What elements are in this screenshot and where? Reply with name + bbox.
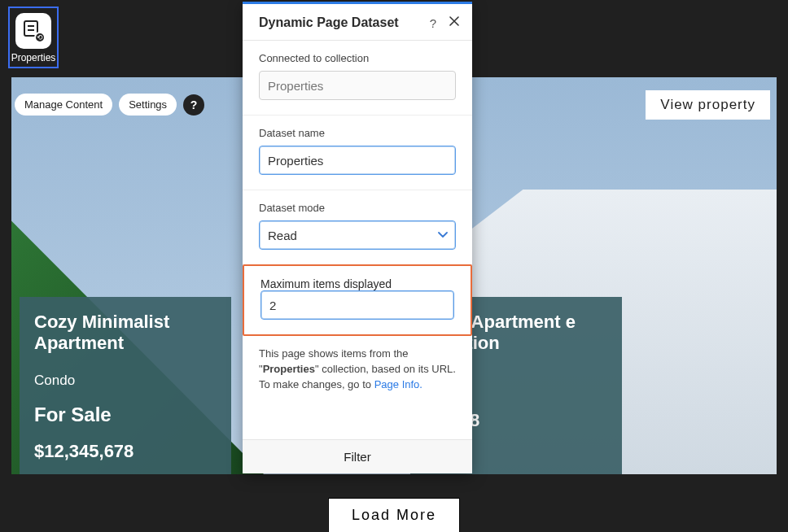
dataset-settings-panel: Dynamic Page Dataset ? Connected to coll…	[243, 2, 472, 473]
dataset-name-input[interactable]	[259, 146, 456, 175]
dataset-name-label: Dataset name	[259, 127, 456, 139]
dataset-icon: ⟲	[15, 13, 51, 49]
properties-launcher[interactable]: ⟲ Properties	[8, 7, 59, 68]
dataset-mode-section: Dataset mode	[243, 190, 472, 265]
help-icon[interactable]: ?	[183, 94, 204, 116]
load-more-button[interactable]: Load More	[328, 498, 460, 532]
properties-launcher-label: Properties	[11, 52, 56, 63]
panel-help-icon[interactable]: ?	[430, 16, 436, 30]
view-property-button[interactable]: View property	[646, 90, 770, 120]
connected-collection-label: Connected to collection	[259, 52, 456, 64]
max-items-section-highlighted: Maximum items displayed	[243, 264, 472, 336]
canvas-toolbar: Manage Content Settings ?	[15, 94, 204, 116]
max-items-input[interactable]	[260, 290, 454, 320]
dataset-mode-label: Dataset mode	[259, 202, 456, 214]
dataset-name-section: Dataset name	[243, 116, 472, 190]
close-icon[interactable]	[449, 16, 459, 30]
max-items-label: Maximum items displayed	[260, 277, 392, 290]
connected-collection-field	[259, 71, 456, 100]
property-price: $12,345,678	[34, 441, 217, 462]
panel-info-text: This page shows items from the "Properti…	[243, 335, 472, 406]
panel-title: Dynamic Page Dataset	[259, 15, 399, 30]
manage-content-button[interactable]: Manage Content	[15, 94, 112, 116]
connected-collection-section: Connected to collection	[243, 41, 472, 116]
dataset-mode-select[interactable]	[259, 220, 456, 250]
property-card: Cozy Minimalist Apartment Condo For Sale…	[20, 297, 231, 474]
property-type: Condo	[34, 373, 217, 389]
filter-button[interactable]: Filter	[243, 439, 472, 473]
page-info-link[interactable]: Page Info.	[374, 378, 422, 390]
property-title: Cozy Minimalist Apartment	[34, 312, 217, 355]
property-status: For Sale	[34, 403, 217, 426]
settings-button[interactable]: Settings	[119, 94, 177, 116]
